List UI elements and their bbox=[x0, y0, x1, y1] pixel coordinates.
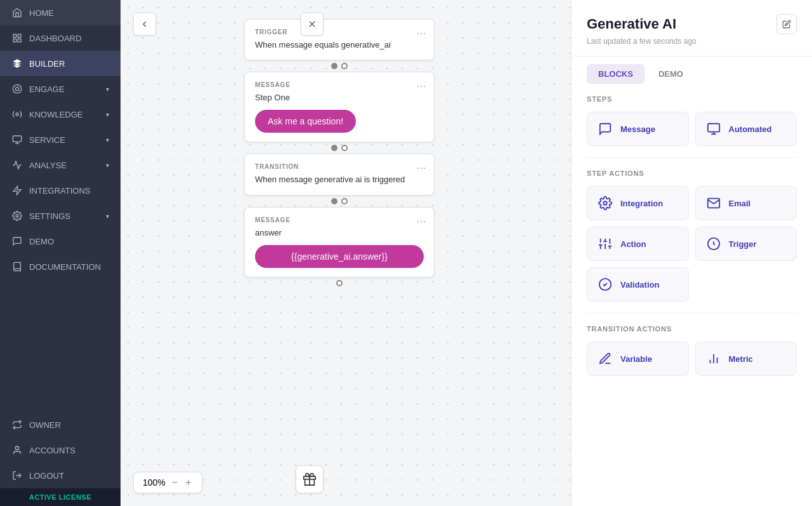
action-label: Action bbox=[620, 239, 646, 249]
sidebar-item-builder[interactable]: BUILDER bbox=[0, 51, 121, 76]
message2-node-type: MESSAGE bbox=[255, 216, 424, 223]
canvas[interactable]: TRIGGER When message equals generative_a… bbox=[121, 0, 571, 506]
sidebar-item-dashboard[interactable]: DASHBOARD bbox=[0, 25, 121, 51]
gift-button[interactable] bbox=[296, 465, 324, 493]
dot-empty-2 bbox=[341, 145, 348, 151]
dot-empty-3 bbox=[341, 198, 348, 204]
close-button[interactable] bbox=[301, 13, 324, 36]
sidebar-label: LOGOUT bbox=[29, 471, 64, 481]
owner-icon bbox=[11, 419, 23, 430]
main-area: TRIGGER When message equals generative_a… bbox=[121, 0, 571, 506]
sidebar-item-accounts[interactable]: ACCOUNTS bbox=[0, 437, 121, 463]
back-button[interactable] bbox=[133, 13, 156, 36]
sidebar-label: KNOWLEDGE bbox=[29, 110, 83, 119]
right-panel: Generative AI Last updated a few seconds… bbox=[571, 0, 812, 506]
sidebar-label: DOCUMENTATION bbox=[29, 262, 101, 272]
knowledge-icon bbox=[11, 109, 23, 120]
message1-node-menu[interactable]: ⋯ bbox=[416, 80, 426, 92]
step-action[interactable]: Action bbox=[587, 227, 689, 261]
step-actions-grid: Integration Email Action Trigger bbox=[587, 186, 797, 302]
sidebar-item-logout[interactable]: LOGOUT bbox=[0, 463, 121, 488]
demo-icon bbox=[11, 236, 23, 247]
panel-header: Generative AI Last updated a few seconds… bbox=[572, 0, 812, 57]
trigger-node-type: TRIGGER bbox=[255, 29, 424, 36]
action-icon bbox=[596, 235, 614, 253]
transition-node[interactable]: TRANSITION When message generative ai is… bbox=[244, 154, 435, 195]
integrations-icon bbox=[11, 185, 23, 196]
metric-icon bbox=[705, 350, 723, 368]
panel-title-text: Generative AI bbox=[587, 16, 676, 32]
zoom-plus-button[interactable]: + bbox=[184, 477, 192, 488]
tab-demo[interactable]: DEMO bbox=[647, 64, 695, 84]
connector-dots-3 bbox=[331, 196, 348, 207]
dot-empty bbox=[341, 63, 348, 69]
edit-button[interactable] bbox=[776, 14, 797, 34]
sidebar-item-owner[interactable]: OWNER bbox=[0, 412, 121, 437]
documentation-icon bbox=[11, 261, 23, 272]
sidebar: HOME DASHBOARD BUILDER ENGAGE ▾ KNOWLEDG… bbox=[0, 0, 121, 506]
step-actions-section: STEP ACTIONS Integration Email Action bbox=[572, 158, 812, 313]
step-validation[interactable]: Validation bbox=[587, 267, 689, 302]
step-automated-label: Automated bbox=[729, 124, 772, 134]
message2-node[interactable]: MESSAGE answer ⋯ {{generative_ai.answer}… bbox=[244, 207, 435, 277]
step-automated[interactable]: Automated bbox=[695, 112, 797, 146]
validation-label: Validation bbox=[620, 280, 659, 290]
trigger-step-label: Trigger bbox=[729, 239, 757, 249]
svg-rect-0 bbox=[13, 34, 16, 37]
dot-filled bbox=[331, 63, 337, 69]
dashboard-icon bbox=[11, 32, 23, 44]
panel-tabs: BLOCKS DEMO bbox=[572, 57, 812, 84]
trigger-node[interactable]: TRIGGER When message equals generative_a… bbox=[244, 19, 435, 60]
sidebar-item-service[interactable]: SERVICE ▾ bbox=[0, 127, 121, 152]
sidebar-item-home[interactable]: HOME bbox=[0, 0, 121, 25]
sidebar-item-settings[interactable]: SETTINGS ▾ bbox=[0, 203, 121, 229]
step-email[interactable]: Email bbox=[695, 186, 797, 220]
logout-icon bbox=[11, 470, 23, 481]
sidebar-label: DASHBOARD bbox=[29, 34, 81, 43]
sidebar-label: BUILDER bbox=[29, 59, 65, 69]
step-metric[interactable]: Metric bbox=[695, 342, 797, 376]
svg-rect-18 bbox=[707, 124, 719, 132]
sidebar-item-knowledge[interactable]: KNOWLEDGE ▾ bbox=[0, 102, 121, 127]
sidebar-item-analyse[interactable]: ANALYSE ▾ bbox=[0, 152, 121, 178]
sidebar-item-demo[interactable]: DEMO bbox=[0, 229, 121, 254]
connector-4 bbox=[244, 277, 435, 289]
sidebar-item-engage[interactable]: ENGAGE ▾ bbox=[0, 76, 121, 102]
svg-point-21 bbox=[603, 201, 607, 205]
tab-blocks[interactable]: BLOCKS bbox=[587, 64, 645, 84]
step-integration[interactable]: Integration bbox=[587, 186, 689, 220]
service-icon bbox=[11, 134, 23, 145]
sidebar-item-integrations[interactable]: INTEGRATIONS bbox=[0, 178, 121, 203]
transition-node-menu[interactable]: ⋯ bbox=[416, 162, 426, 174]
chevron-down-icon: ▾ bbox=[106, 86, 109, 93]
connector-1 bbox=[244, 60, 435, 72]
integration-label: Integration bbox=[620, 199, 663, 208]
message1-node-body: Step One bbox=[255, 92, 424, 103]
panel-title-row: Generative AI bbox=[587, 14, 797, 34]
step-message-label: Message bbox=[620, 124, 655, 134]
sidebar-label: OWNER bbox=[29, 420, 61, 430]
trigger-node-body: When message equals generative_ai bbox=[255, 39, 424, 51]
zoom-level: 100% bbox=[143, 477, 166, 488]
svg-rect-1 bbox=[18, 34, 21, 37]
settings-icon bbox=[11, 210, 23, 222]
automated-icon bbox=[705, 120, 723, 138]
active-license-badge: ACTIVE LICENSE bbox=[0, 488, 121, 506]
sidebar-item-documentation[interactable]: DOCUMENTATION bbox=[0, 254, 121, 279]
step-variable[interactable]: Variable bbox=[587, 342, 689, 376]
trigger-node-menu[interactable]: ⋯ bbox=[416, 27, 426, 39]
zoom-minus-button[interactable]: − bbox=[171, 477, 179, 488]
step-message[interactable]: Message bbox=[587, 112, 689, 146]
svg-point-4 bbox=[13, 84, 21, 93]
svg-point-12 bbox=[15, 446, 18, 449]
engage-icon bbox=[11, 83, 23, 95]
analyse-icon bbox=[11, 159, 23, 171]
variable-icon bbox=[596, 350, 614, 368]
sidebar-label: ANALYSE bbox=[29, 161, 67, 170]
message2-node-body: answer bbox=[255, 227, 424, 239]
message2-node-menu[interactable]: ⋯ bbox=[416, 215, 426, 227]
connector-3 bbox=[244, 196, 435, 207]
message1-node[interactable]: MESSAGE Step One ⋯ Ask me a question! bbox=[244, 72, 435, 142]
step-trigger[interactable]: Trigger bbox=[695, 227, 797, 261]
message-icon bbox=[596, 120, 614, 138]
